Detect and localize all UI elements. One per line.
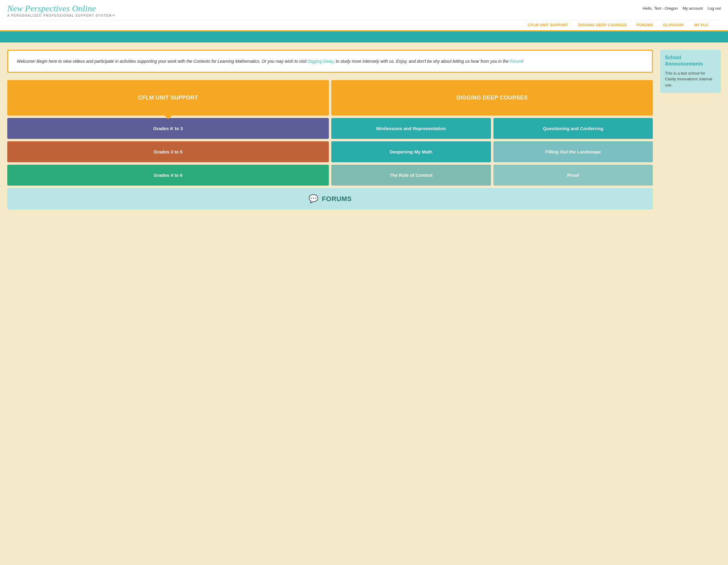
logo-title: New Perspectives Online [7,4,115,13]
content-area: Welcome! Begin here to view videos and p… [7,50,653,209]
filling-landscape-button[interactable]: Filling Out the Landscape [493,141,653,162]
digging-deep-courses-button[interactable]: DIGGING DEEP COURSES [331,80,653,115]
forum-link[interactable]: Forum [510,59,522,64]
cflm-grades-column: Grades K to 3 Grades 3 to 5 Grades 4 to … [7,118,329,185]
deepening-my-math-button[interactable]: Deepening My Math [331,141,491,162]
digging-deep-link[interactable]: Digging Deep [308,59,333,64]
school-announcements: School Announcements This is a test scho… [660,50,721,93]
big-buttons-row: CFLM UNIT SUPPORT DIGGING DEEP COURSES [7,80,653,115]
logo-subtitle: A Personalized Professional Support Syst… [7,14,115,17]
forums-label: FORUMS [322,195,352,203]
header: New Perspectives Online A Personalized P… [0,0,728,32]
logo-area: New Perspectives Online A Personalized P… [7,4,115,17]
digging-courses-column: Minilessons and Representation Deepening… [331,118,653,185]
header-top: New Perspectives Online A Personalized P… [7,4,721,20]
navbar: CFLM UNIT SUPPORT DIGGING DEEP COURSES F… [7,20,721,30]
hello-text: Hello, Test - Oregon [643,6,678,11]
panels-grid: Grades K to 3 Grades 3 to 5 Grades 4 to … [7,118,653,185]
nav-glossary[interactable]: GLOSSARY [658,20,689,30]
nav-my-plc[interactable]: MY PLC [689,20,713,30]
grade-k3-button[interactable]: Grades K to 3 [7,118,329,139]
minilessons-button[interactable]: Minilessons and Representation [331,118,491,139]
nav-digging-deep-courses[interactable]: DIGGING DEEP COURSES [573,20,631,30]
header-user: Hello, Test - Oregon My account Log out [643,4,721,11]
forums-icon: 💬 [309,194,319,203]
grade-35-button[interactable]: Grades 3 to 5 [7,141,329,162]
announcements-text: This is a test school for Clarity Innova… [665,70,716,88]
proof-button[interactable]: Proof [493,165,653,185]
sidebar: School Announcements This is a test scho… [660,50,721,93]
cflm-unit-support-button[interactable]: CFLM UNIT SUPPORT [7,80,329,115]
announcements-title: School Announcements [665,55,716,67]
nav-cflm-unit-support[interactable]: CFLM UNIT SUPPORT [523,20,573,30]
welcome-text-end: ! [522,59,523,64]
welcome-text-before: Welcome! Begin here to view videos and p… [17,59,308,64]
teal-banner [0,32,728,42]
questioning-conferring-button[interactable]: Questioning and Conferring [493,118,653,139]
forums-banner[interactable]: 💬 FORUMS [7,188,653,209]
main-wrapper: Welcome! Begin here to view videos and p… [0,42,728,217]
role-of-context-button[interactable]: The Role of Context [331,165,491,185]
grade-46-button[interactable]: Grades 4 to 6 [7,165,329,185]
logout-link[interactable]: Log out [708,6,721,11]
my-account-link[interactable]: My account [683,6,703,11]
welcome-box: Welcome! Begin here to view videos and p… [7,50,653,73]
welcome-text-after: , to study more intensely with us. Enjoy… [333,59,510,64]
nav-forums[interactable]: FORUMS [632,20,658,30]
